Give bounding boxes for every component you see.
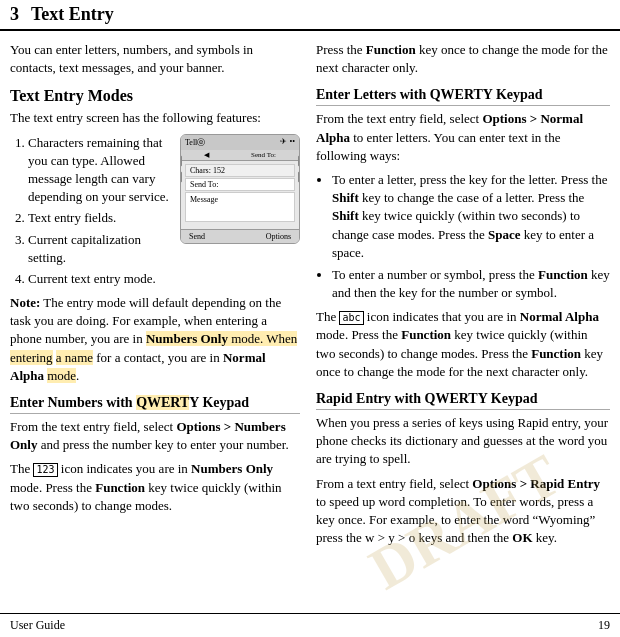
main-content: You can enter letters, numbers, and symb… <box>0 31 620 583</box>
chapter-number: 3 <box>10 4 19 25</box>
footer-right: 19 <box>598 618 610 633</box>
right-column: Press the Function key once to change th… <box>316 41 610 553</box>
phone-send-to-label: Send To: <box>251 151 276 159</box>
left-column: You can enter letters, numbers, and symb… <box>10 41 300 553</box>
enter-letters-title: Enter Letters with QWERTY Keypad <box>316 87 610 106</box>
phone-left-buttons <box>180 155 182 183</box>
enter-letters-para2: The abc icon indicates that you are in N… <box>316 308 610 381</box>
phone-content: Chars: 152 Send To: Message <box>181 161 299 225</box>
rapid-entry-para2: From a text entry field, select Options … <box>316 475 610 548</box>
bullet-item-2: To enter a number or symbol, press the F… <box>332 266 610 302</box>
left-btn-2 <box>180 171 182 183</box>
phone-top-right: ✈ •• <box>280 137 295 148</box>
chapter-title: Text Entry <box>31 4 114 25</box>
note-text: Note: The entry mode will default depend… <box>10 294 300 385</box>
rapid-entry-para1: When you press a series of keys using Ra… <box>316 414 610 469</box>
enter-letters-para1: From the text entry field, select Option… <box>316 110 610 165</box>
phone-bottom-bar: Send Options <box>181 229 299 243</box>
phone-options-btn: Options <box>266 232 291 241</box>
page-footer: User Guide 19 <box>0 613 620 637</box>
text-entry-modes-intro: The text entry screen has the following … <box>10 109 300 127</box>
side-btn-2 <box>298 171 300 183</box>
num-icon: 123 <box>33 463 57 477</box>
phone-top-left: Tellⓔ <box>185 137 205 148</box>
left-btn-1 <box>180 155 182 167</box>
note-body: The entry mode will default depending on… <box>10 295 297 383</box>
phone-chars: Chars: 152 <box>185 164 295 177</box>
phone-screen: Tellⓔ ✈ •• ◀ Send To: Chars: 152 Send To… <box>180 134 300 244</box>
bullet-item-1: To enter a letter, press the key for the… <box>332 171 610 262</box>
phone-top-bar: Tellⓔ ✈ •• <box>181 135 299 150</box>
intro-text: You can enter letters, numbers, and symb… <box>10 41 300 77</box>
footer-left: User Guide <box>10 618 65 633</box>
note-label: Note: <box>10 295 40 310</box>
function-key-text: Press the Function key once to change th… <box>316 41 610 77</box>
phone-nav-bar: ◀ Send To: <box>181 150 299 161</box>
abc-icon: abc <box>339 311 363 325</box>
phone-mockup: Tellⓔ ✈ •• ◀ Send To: Chars: 152 Send To… <box>180 134 300 244</box>
rapid-entry-title: Rapid Entry with QWERTY Keypad <box>316 391 610 410</box>
side-btn-1 <box>298 155 300 167</box>
enter-numbers-para1: From the text entry field, select Option… <box>10 418 300 454</box>
list-item-4: Current text entry mode. <box>28 270 300 288</box>
phone-message-box: Message <box>185 192 295 222</box>
phone-send-to: Send To: <box>185 178 295 191</box>
phone-side-buttons <box>298 155 300 183</box>
enter-numbers-para2: The 123 icon indicates you are in Number… <box>10 460 300 515</box>
section-text-entry-modes-title: Text Entry Modes <box>10 87 300 105</box>
phone-nav-item: ◀ <box>204 151 209 159</box>
enter-numbers-title: Enter Numbers with QWERTY Keypad <box>10 395 300 414</box>
page-header: 3 Text Entry <box>0 0 620 31</box>
phone-send-btn: Send <box>189 232 205 241</box>
enter-letters-list: To enter a letter, press the key for the… <box>332 171 610 302</box>
